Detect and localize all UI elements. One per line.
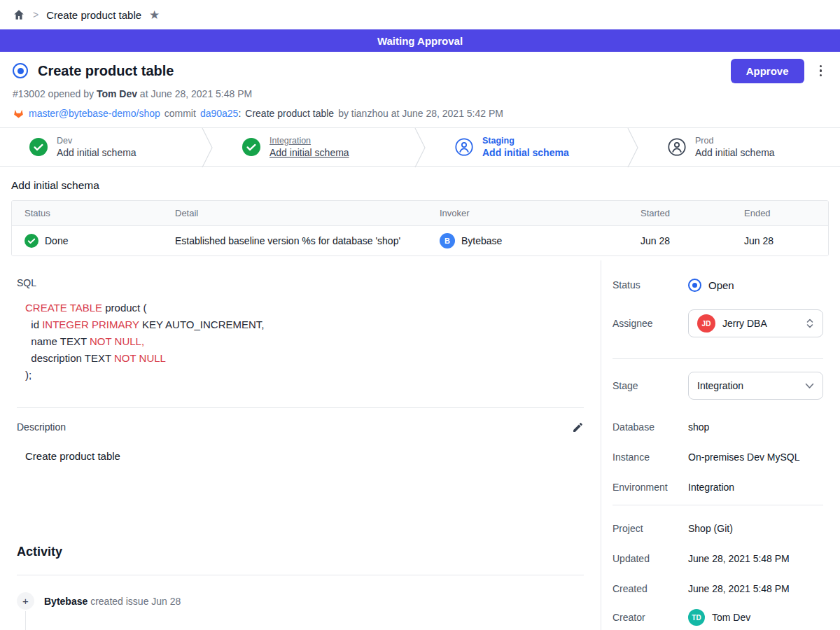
status-label: Status <box>612 279 688 290</box>
issue-main-panel: SQL CREATE TABLE product ( id INTEGER PR… <box>0 260 601 630</box>
issue-header: Create product table Approve #13002 open… <box>0 52 840 127</box>
stage-value: Integration <box>697 380 798 391</box>
gitlab-icon <box>13 108 24 119</box>
creator-label: Creator <box>612 612 688 623</box>
stage-env-label: Dev <box>57 135 136 146</box>
creator-avatar: TD <box>688 609 705 626</box>
divider <box>612 358 823 359</box>
col-invoker: Invoker <box>440 208 640 218</box>
sql-section-label: SQL <box>17 277 584 288</box>
project-label: Project <box>612 523 688 534</box>
description-text: Create product table <box>25 450 584 462</box>
task-section: Add initial schema Status Detail Invoker… <box>0 167 840 260</box>
updated-value: June 28, 2021 5:48 PM <box>688 553 790 564</box>
issue-id: #13002 <box>13 88 46 99</box>
stage-dev[interactable]: DevAdd initial schema <box>0 128 202 166</box>
stage-select[interactable]: Integration <box>688 372 823 400</box>
vcs-colon: : <box>238 108 241 119</box>
database-value: shop <box>688 421 709 433</box>
activity-item: + Bytebase created issue Jun 28 <box>17 592 584 610</box>
creator-value: Tom Dev <box>712 612 750 623</box>
vcs-commit-author-time: by tianzhou at June 28, 2021 5:42 PM <box>338 108 503 119</box>
created-value: June 28, 2021 5:48 PM <box>688 583 790 594</box>
task-invoker: Bytebase <box>461 235 502 246</box>
col-started: Started <box>640 208 744 218</box>
stage-separator-chevron <box>627 128 638 167</box>
stage-task-label: Add initial schema <box>57 146 136 159</box>
instance-value: On-premises Dev MySQL <box>688 451 799 463</box>
stage-prod[interactable]: ProdAdd initial schema <box>638 128 840 166</box>
assignee-label: Assignee <box>612 318 688 329</box>
updated-label: Updated <box>612 553 688 564</box>
sql-statement: CREATE TABLE product ( id INTEGER PRIMAR… <box>17 300 584 384</box>
breadcrumb: > Create product table ★ <box>0 0 840 29</box>
stage-integration[interactable]: IntegrationAdd initial schema <box>213 128 414 166</box>
plus-icon: + <box>17 592 34 610</box>
stage-task-label: Add initial schema <box>482 146 569 159</box>
stage-env-label: Prod <box>695 135 775 146</box>
bookmark-star-icon[interactable]: ★ <box>149 9 160 21</box>
task-section-title: Add initial schema <box>11 179 829 192</box>
activity-date: Jun 28 <box>151 596 181 607</box>
status-open-icon <box>688 279 701 292</box>
approve-button[interactable]: Approve <box>731 59 804 83</box>
task-ended: Jun 28 <box>744 235 828 246</box>
database-label: Database <box>612 421 688 433</box>
stage-staging[interactable]: StagingAdd initial schema <box>426 128 627 166</box>
activity-action: created issue <box>88 596 151 607</box>
instance-label: Instance <box>612 451 688 463</box>
stage-task-label: Add initial schema <box>695 146 775 159</box>
stage-done-check-icon <box>29 138 48 156</box>
issue-title: Create product table <box>38 63 174 79</box>
stage-separator-chevron <box>414 128 426 167</box>
task-table: Status Detail Invoker Started Ended Done… <box>11 200 829 256</box>
edit-description-pencil-icon[interactable] <box>572 421 584 433</box>
status-value: Open <box>708 279 734 291</box>
activity-timeline: + Bytebase created issue Jun 28 <box>17 592 584 630</box>
vcs-commit-word: commit <box>164 108 196 119</box>
select-updown-chevron-icon <box>806 318 814 329</box>
task-table-header: Status Detail Invoker Started Ended <box>12 201 828 226</box>
assignee-avatar: JD <box>697 314 715 332</box>
issue-author: Tom Dev <box>97 88 137 99</box>
breadcrumb-separator-icon: > <box>33 9 38 20</box>
vcs-commit-message: Create product table <box>245 108 334 119</box>
assignee-select[interactable]: JD Jerry DBA <box>688 309 823 337</box>
divider <box>612 505 823 505</box>
home-icon[interactable] <box>13 8 25 21</box>
created-label: Created <box>612 583 688 594</box>
task-done-check-icon <box>24 234 38 248</box>
environment-value: Integration <box>688 482 734 493</box>
pipeline-stage-bar: DevAdd initial schema IntegrationAdd ini… <box>0 127 840 167</box>
divider <box>17 575 584 575</box>
stage-env-label: Staging <box>482 135 569 146</box>
vcs-branch-repo-link[interactable]: master@bytebase-demo/shop <box>29 108 160 119</box>
breadcrumb-current-page: Create product table <box>46 9 141 21</box>
activity-actor: Bytebase <box>44 596 88 607</box>
approval-banner-text: Waiting Approval <box>377 35 463 47</box>
task-table-row: Done Established baseline version %s for… <box>12 226 828 255</box>
divider <box>17 407 584 408</box>
col-ended: Ended <box>744 208 828 218</box>
issue-meta: #13002 opened by Tom Dev at June 28, 202… <box>13 88 827 102</box>
stage-label: Stage <box>612 380 688 391</box>
select-down-chevron-icon <box>805 383 814 389</box>
task-detail: Established baseline version %s for data… <box>175 235 440 246</box>
assignee-value: Jerry DBA <box>722 318 799 329</box>
stage-env-label: Integration <box>270 135 349 146</box>
timeline-connector <box>25 611 26 630</box>
invoker-avatar: B <box>440 233 455 248</box>
approval-banner: Waiting Approval <box>0 29 840 52</box>
stage-done-check-icon <box>242 138 260 156</box>
description-label: Description <box>17 421 66 433</box>
issue-sidebar: Status Open Assignee JD Jerry DBA Stage … <box>601 260 840 630</box>
stage-pending-person-icon <box>455 138 473 156</box>
col-detail: Detail <box>175 208 440 218</box>
task-status: Done <box>45 235 68 246</box>
stage-pending-person-icon <box>668 138 686 156</box>
stage-task-label: Add initial schema <box>270 146 349 159</box>
more-actions-icon[interactable] <box>814 62 828 80</box>
vcs-commit-hash-link[interactable]: da90a25 <box>200 108 239 119</box>
environment-label: Environment <box>612 482 688 493</box>
issue-open-status-icon <box>13 63 28 78</box>
